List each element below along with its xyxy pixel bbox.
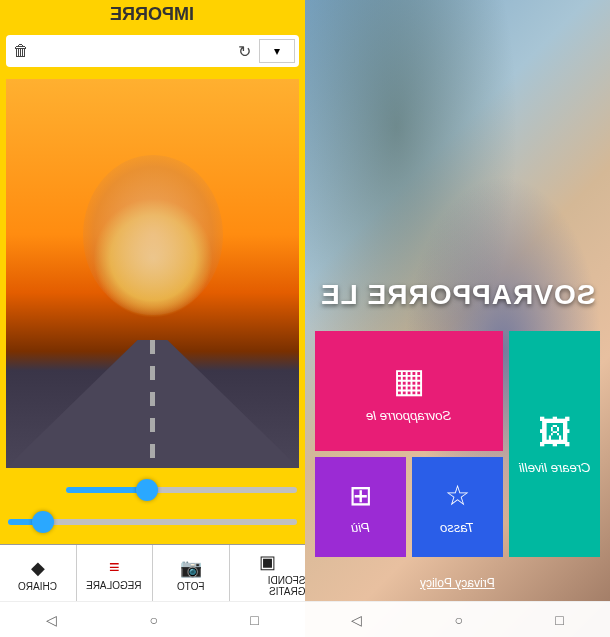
tab-sfondi[interactable]: ▣ SFONDI GRATIS (230, 545, 306, 601)
tile-creare-livelli[interactable]: 🖼 Creare livelli (509, 331, 600, 557)
slider-thumb[interactable] (136, 479, 158, 501)
road-foreground (6, 340, 299, 468)
sliders-panel (6, 468, 299, 544)
blend-slider[interactable] (8, 519, 297, 525)
nav-recent-icon[interactable]: □ (250, 612, 258, 628)
delete-icon[interactable]: 🗑 (10, 40, 32, 62)
android-nav-bar: ◁ ○ □ (0, 601, 305, 637)
star-icon: ☆ (445, 479, 470, 512)
app-title: IMPORRE (110, 4, 194, 25)
right-content: SOVRAPPORRE LE ▦ Sovrapporre le 🖼 Creare… (305, 0, 610, 637)
refresh-icon[interactable]: ↻ (233, 40, 255, 62)
overlay-title: SOVRAPPORRE LE (305, 269, 610, 321)
privacy-policy-link[interactable]: Privacy Policy (420, 576, 495, 590)
diamond-icon: ◆ (31, 557, 45, 579)
toolbar: 🗑 ↻ ▾ (0, 29, 305, 73)
settings-icon: ≡ (109, 557, 120, 578)
right-app-screen: SOVRAPPORRE LE ▦ Sovrapporre le 🖼 Creare… (305, 0, 610, 637)
title-bar: IMPORRE (0, 0, 305, 29)
slider-thumb[interactable] (32, 511, 54, 533)
tile-grid: ▦ Sovrapporre le 🖼 Creare livelli ⊞ Più … (305, 321, 610, 567)
slider-row-1 (8, 474, 297, 506)
toolbar-inner: 🗑 ↻ ▾ (6, 35, 299, 67)
opacity-slider[interactable] (66, 487, 297, 493)
bottom-tabs: ◆ CHIARO ≡ REGOLARE 📷 FOTO ▣ SFONDI GRAT… (0, 544, 305, 601)
tile-piu[interactable]: ⊞ Più (315, 457, 406, 557)
tab-chiaro[interactable]: ◆ CHIARO (0, 545, 77, 601)
android-nav-bar: ◁ ○ □ (305, 601, 610, 637)
composite-image[interactable] (6, 79, 299, 468)
options-dropdown[interactable]: ▾ (259, 39, 295, 63)
editor-canvas-wrapper (0, 73, 305, 544)
slider-row-2 (8, 506, 297, 538)
overlay-icon: ▦ (393, 360, 425, 400)
tab-regolare[interactable]: ≡ REGOLARE (77, 545, 154, 601)
overlay-title-text: SOVRAPPORRE LE (320, 279, 595, 311)
privacy-link-row: Privacy Policy (305, 567, 610, 601)
portrait-overlay (83, 155, 223, 315)
layers-icon: ▣ (259, 551, 276, 573)
tab-foto[interactable]: 📷 FOTO (153, 545, 230, 601)
nav-back-icon[interactable]: ◁ (46, 612, 57, 628)
nav-back-icon[interactable]: ◁ (351, 612, 362, 628)
left-app-screen: IMPORRE 🗑 ↻ ▾ (0, 0, 305, 637)
grid-plus-icon: ⊞ (349, 479, 372, 512)
gallery-icon: 🖼 (538, 413, 572, 452)
nav-home-icon[interactable]: ○ (150, 612, 158, 628)
tile-tasso[interactable]: ☆ Tasso (412, 457, 503, 557)
tile-sovrapporre[interactable]: ▦ Sovrapporre le (315, 331, 503, 451)
nav-home-icon[interactable]: ○ (455, 612, 463, 628)
nav-recent-icon[interactable]: □ (555, 612, 563, 628)
camera-icon: 📷 (180, 557, 202, 579)
